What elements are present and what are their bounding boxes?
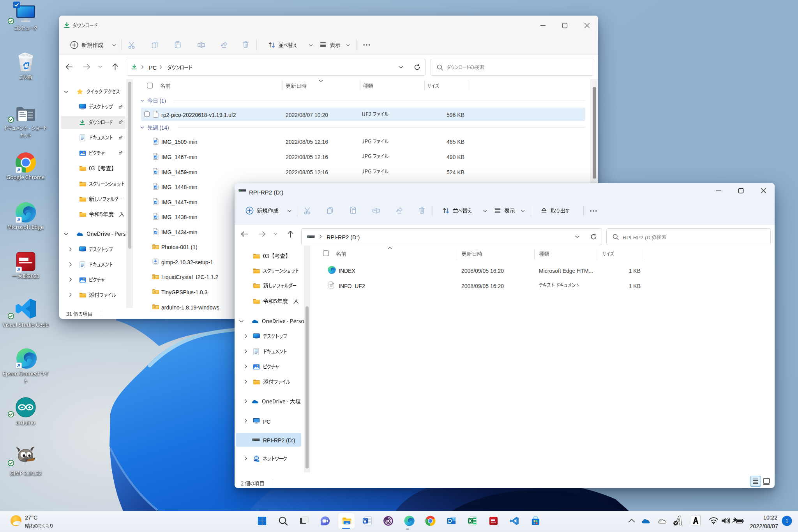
svg-text:1: 1 — [786, 518, 789, 524]
